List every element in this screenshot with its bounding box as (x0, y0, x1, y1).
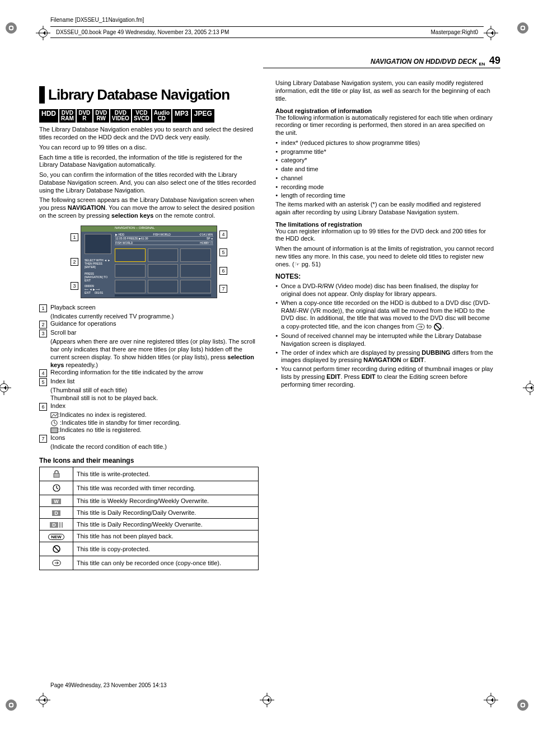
lang-code: EN (479, 62, 485, 67)
callout-3: 3 (71, 282, 78, 290)
new-icon: NEW (48, 534, 64, 540)
intro-p4: So, you can confirm the information of t… (39, 171, 259, 194)
callout-6: 6 (219, 267, 227, 275)
list-item: Sound of received channel may be interru… (275, 332, 495, 348)
list-item: index* (reduced pictures to show program… (275, 139, 495, 147)
icons-table: This title is write-protected. This titl… (39, 467, 259, 570)
list-item: length of recording time (275, 192, 495, 200)
footer-info: Page 49Wednesday, 23 November 2005 14:13 (34, 682, 500, 688)
clock-icon (52, 484, 61, 491)
list-item: channel (275, 175, 495, 182)
crosshair-bottom-center (260, 693, 274, 707)
registration-dot-tl (6, 22, 17, 34)
right-p1: Using Library Database Navigation system… (275, 79, 495, 102)
crosshair-left (0, 381, 11, 395)
page-title: Library Database Navigation (39, 86, 259, 104)
diagram-thumbnails (115, 248, 211, 293)
callout-2: 2 (71, 258, 78, 266)
diagram-guide: SELECT WITH ◄ ► THEN PRESS [ENTER] PRESS… (85, 259, 111, 282)
right-p2: The following information is automatical… (275, 114, 495, 137)
copy-protect-icon (52, 545, 61, 552)
bookinfo-right: Masterpage:Right0 (431, 29, 479, 35)
weekly-icon: W (51, 499, 61, 504)
registration-dot-bl (6, 699, 17, 711)
diagram-scrollbar (115, 294, 211, 297)
list-item: You cannot perform timer recording durin… (275, 365, 495, 388)
list-item: category* (275, 157, 495, 165)
diagram-topbar: NAVIGATION – ORIGINAL (81, 226, 217, 232)
intro-p3: Each time a title is recorded, the infor… (39, 154, 259, 170)
callout-7: 7 (219, 285, 227, 293)
table-row: NEWThis title has not been played back. (40, 530, 259, 542)
table-row: This title was recorded with timer recor… (40, 481, 259, 495)
right-p4: You can register information up to 99 ti… (275, 228, 495, 243)
intro-p1: The Library Database Navigation enables … (39, 126, 259, 142)
icons-heading: The Icons and their meanings (39, 457, 259, 464)
svg-line-6 (54, 546, 59, 551)
registration-bullets: index* (reduced pictures to show program… (275, 139, 495, 200)
badge-dvd-rw: DVDRW (93, 109, 109, 123)
crosshair-right (523, 381, 534, 395)
crosshair-top-right (484, 26, 498, 40)
list-item: Once a DVD-R/RW (Video mode) disc has be… (275, 283, 495, 298)
badge-vcd-svcd: VCDSVCD (132, 109, 151, 123)
list-item: programme title* (275, 148, 495, 156)
timer-standby-icon (50, 419, 58, 426)
callout-4: 4 (219, 231, 227, 238)
limitations-heading: The limitations of registration (275, 221, 495, 228)
copy-once-icon (52, 559, 61, 566)
copy-protect-icon (433, 323, 442, 330)
badge-audio-cd: AudioCD (152, 109, 171, 123)
callout-1: 1 (71, 233, 78, 241)
diagram-preview (85, 234, 111, 254)
table-row: This title is copy-protected. (40, 542, 259, 556)
daily-weekly-icon: D (50, 522, 63, 528)
badge-dvd-r: DVDR (77, 109, 92, 123)
bookinfo-left: DX5SEU_00.book Page 49 Wednesday, Novemb… (56, 29, 229, 35)
registration-dot-tr (517, 22, 528, 34)
svg-rect-2 (51, 428, 58, 433)
table-row: DThis title is Daily Recording/Weekly Ov… (40, 518, 259, 530)
badge-hdd: HDD (39, 109, 58, 123)
badge-dvd-ram: DVDRAM (59, 109, 76, 123)
table-row: This title can only be recorded once (co… (40, 556, 259, 570)
copy-once-icon (416, 323, 425, 330)
navigation-screen-diagram: 1 2 3 NAVIGATION – ORIGINAL ▶ HDDFISH WO… (71, 226, 227, 298)
svg-rect-3 (54, 473, 59, 477)
list-item: recording mode (275, 184, 495, 191)
notes-heading: NOTES: (275, 273, 495, 280)
intro-p5: The following screen appears as the Libr… (39, 196, 259, 219)
diagram-screen: NAVIGATION – ORIGINAL ▶ HDDFISH WORLD⏱14… (81, 226, 217, 298)
crosshair-top (36, 26, 50, 40)
diagram-counter: 000009⟸ ◄ ▶ ⟹EXIT 001/01 (85, 284, 103, 294)
diagram-legend: 1Playback screen (Indicates currently re… (39, 304, 259, 451)
no-title-icon (50, 426, 58, 433)
badge-mp3: MP3 (172, 109, 191, 123)
about-registration-heading: About registration of information (275, 107, 495, 114)
diagram-info: ▶ HDDFISH WORLD⏱141 MIN 12.05.05 FREEZE … (115, 233, 213, 246)
notes-list: Once a DVD-R/RW (Video mode) disc has be… (275, 283, 495, 388)
bookinfo-bar: DX5SEU_00.book Page 49 Wednesday, Novemb… (50, 26, 484, 38)
filename-label: Filename [DX5SEU_11Navigation.fm] (34, 17, 500, 23)
callout-5: 5 (219, 248, 227, 256)
list-item: date and time (275, 166, 495, 173)
table-row: DThis title is Daily Recording/Daily Ove… (40, 506, 259, 518)
list-item: When a copy-once title recorded on the H… (275, 299, 495, 331)
format-badges: HDD DVDRAM DVDR DVDRW DVDVIDEO VCDSVCD A… (39, 109, 259, 123)
badge-jpeg: JPEG (192, 109, 214, 123)
crosshair-bottom-left (36, 693, 50, 707)
crosshair-bottom-right (484, 693, 498, 707)
section-title: NAVIGATION ON HDD/DVD DECK (371, 58, 477, 65)
svg-line-10 (435, 325, 441, 330)
page-number: 49 (489, 55, 500, 66)
lock-icon (52, 470, 61, 477)
badge-dvd-video: DVDVIDEO (110, 109, 131, 123)
right-p5: When the amount of information is at the… (275, 245, 495, 268)
right-p3: The items marked with an asterisk (*) ca… (275, 201, 495, 217)
no-index-icon (50, 411, 58, 418)
table-row: WThis title is Weekly Recording/Weekly O… (40, 495, 259, 506)
list-item: The order of index which are displayed b… (275, 349, 495, 365)
table-row: This title is write-protected. (40, 467, 259, 481)
intro-p2: You can record up to 99 titles on a disc… (39, 144, 259, 152)
registration-dot-br (517, 699, 528, 711)
